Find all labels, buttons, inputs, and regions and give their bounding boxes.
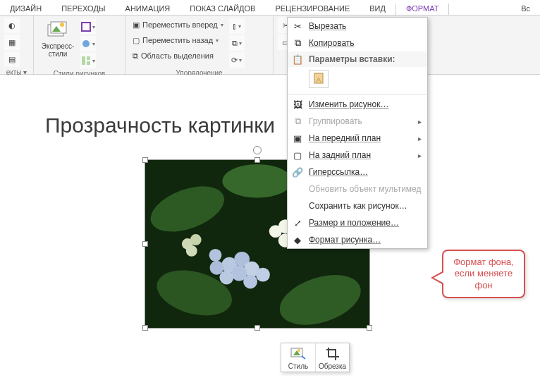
express-styles-icon	[47, 19, 69, 42]
tab-divider	[448, 4, 449, 15]
tab-design[interactable]: ДИЗАЙН	[0, 2, 51, 15]
callout-box: Формат фона, если меняете фон	[442, 250, 525, 298]
annotation-callout: Формат фона, если меняете фон	[442, 250, 525, 298]
tab-format[interactable]: ФОРМАТ	[396, 2, 449, 15]
svg-point-14	[222, 164, 292, 198]
context-menu: ✂ Вырезать ⧉ Копировать 📋 Параметры вста…	[287, 17, 428, 249]
ctx-size-position[interactable]: ⤢ Размер и положение…	[288, 214, 427, 231]
send-backward-button[interactable]: ▢ Переместить назад ▾	[130, 33, 226, 47]
picture-effects-button[interactable]	[80, 36, 96, 51]
ctx-format-picture[interactable]: ◆ Формат рисунка…	[288, 231, 427, 248]
group-icon: ⧉	[292, 116, 303, 127]
copy-icon: ⧉	[292, 37, 303, 49]
svg-rect-4	[82, 23, 90, 31]
align-button[interactable]: ⫿	[229, 18, 245, 34]
svg-rect-7	[87, 56, 90, 60]
svg-point-30	[256, 268, 270, 282]
resize-handle-s[interactable]	[254, 325, 260, 331]
cut-icon: ✂	[292, 20, 303, 32]
svg-point-34	[186, 245, 197, 257]
send-back-icon: ▢	[292, 149, 303, 161]
tab-animation[interactable]: АНИМАЦИЯ	[116, 2, 180, 15]
tab-transitions[interactable]: ПЕРЕХОДЫ	[51, 2, 115, 15]
paste-option-keep[interactable]: A	[309, 70, 329, 88]
picture-border-button[interactable]	[80, 19, 96, 35]
rotate-handle[interactable]	[253, 146, 262, 154]
ctx-update-media: Обновить объект мультимед	[288, 180, 427, 197]
svg-point-33	[190, 234, 202, 245]
change-picture-icon: 🖼	[292, 99, 303, 110]
express-styles-button[interactable]: Экспресс- стили	[38, 18, 78, 59]
bring-forward-icon: ▣	[133, 20, 140, 30]
mini-style-label: Стиль	[288, 362, 308, 370]
tab-view[interactable]: ВИД	[360, 2, 395, 15]
format-picture-icon: ◆	[292, 234, 303, 245]
ribbon-group-effects: ◐ ▦ ▤ екты ▾	[0, 16, 34, 74]
mini-style-button[interactable]: Стиль	[281, 343, 315, 372]
mini-crop-button[interactable]: Обрезка	[315, 343, 349, 372]
crop-icon	[324, 345, 341, 361]
resize-handle-se[interactable]	[367, 325, 372, 331]
resize-handle-n[interactable]	[254, 157, 260, 163]
express-styles-label: Экспресс- стили	[42, 43, 75, 58]
hyperlink-icon: 🔗	[292, 166, 303, 178]
ctx-send-back[interactable]: ▢ На задний план	[288, 147, 427, 164]
send-backward-icon: ▢	[133, 36, 140, 45]
rotate-button[interactable]: ⟳	[229, 52, 245, 68]
artistic-icon[interactable]: ▤	[4, 51, 20, 67]
svg-point-2	[60, 23, 64, 27]
resize-handle-w[interactable]	[142, 241, 148, 247]
ctx-hyperlink[interactable]: 🔗 Гиперссылка…	[288, 164, 427, 180]
tab-review[interactable]: РЕЦЕНЗИРОВАНИЕ	[265, 2, 360, 15]
size-position-icon: ⤢	[292, 217, 303, 228]
color-icon[interactable]: ▦	[4, 35, 20, 50]
svg-point-29	[243, 275, 257, 289]
resize-handle-nw[interactable]	[142, 157, 148, 163]
group-button[interactable]: ⧉	[229, 35, 245, 51]
corrections-icon[interactable]: ◐	[4, 18, 20, 33]
callout-line3: фон	[474, 280, 492, 290]
svg-point-31	[209, 249, 222, 262]
svg-point-28	[210, 261, 224, 275]
tab-partial[interactable]: Вс	[511, 2, 540, 15]
svg-point-5	[82, 40, 90, 47]
slide-title[interactable]: Прозрачность картинки	[45, 114, 275, 137]
style-icon	[290, 345, 307, 361]
svg-rect-6	[82, 56, 85, 65]
ribbon-group-styles: Экспресс- стили Стили рисунков	[34, 16, 125, 74]
selection-pane-icon: ⧉	[133, 51, 138, 61]
selection-pane-button[interactable]: ⧉ Область выделения	[130, 49, 226, 63]
ctx-save-as-picture[interactable]: Сохранить как рисунок…	[288, 197, 427, 214]
svg-text:A: A	[317, 76, 321, 83]
paste-icon: 📋	[292, 54, 303, 65]
svg-rect-8	[87, 61, 90, 65]
ctx-bring-front[interactable]: ▣ На передний план	[288, 130, 427, 147]
bring-forward-button[interactable]: ▣ Переместить вперед ▾	[130, 18, 226, 32]
ctx-paste-options: A	[288, 67, 427, 92]
slide-canvas[interactable]: Прозрачность картинки	[0, 75, 540, 392]
callout-line1: Формат фона,	[453, 257, 514, 267]
ctx-paste-header: 📋 Параметры вставки:	[288, 51, 427, 67]
resize-handle-sw[interactable]	[142, 325, 148, 331]
tab-slideshow[interactable]: ПОКАЗ СЛАЙДОВ	[180, 2, 265, 15]
ctx-group: ⧉ Группировать	[288, 113, 427, 130]
ribbon-tabs: ДИЗАЙН ПЕРЕХОДЫ АНИМАЦИЯ ПОКАЗ СЛАЙДОВ Р…	[0, 0, 540, 16]
mini-crop-label: Обрезка	[319, 362, 346, 370]
ctx-change-picture[interactable]: 🖼 Изменить рисунок…	[288, 96, 427, 113]
ctx-cut[interactable]: ✂ Вырезать	[288, 18, 427, 35]
svg-point-37	[297, 349, 300, 352]
ribbon-group-arrange: ▣ Переместить вперед ▾ ▢ Переместить наз…	[125, 16, 274, 74]
picture-layout-button[interactable]	[80, 53, 96, 68]
mini-toolbar: Стиль Обрезка	[281, 343, 350, 372]
ribbon: ◐ ▦ ▤ екты ▾ Экспресс- стили	[0, 16, 540, 75]
callout-line2: если меняете	[455, 268, 513, 278]
svg-point-20	[269, 225, 282, 238]
bring-front-icon: ▣	[292, 133, 303, 144]
ctx-copy[interactable]: ⧉ Копировать	[288, 35, 427, 51]
